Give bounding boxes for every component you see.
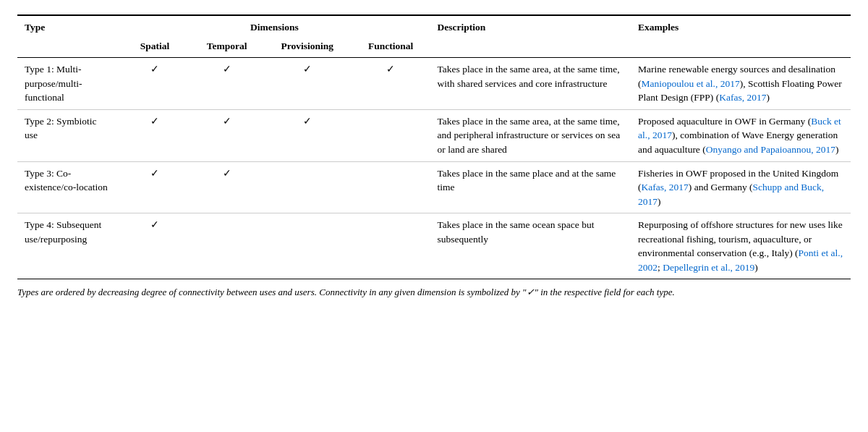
- main-table-container: Type Dimensions Description Examples Spa…: [17, 14, 851, 300]
- examples-link2-2[interactable]: Onyango and Papaioannou, 2017: [706, 144, 835, 155]
- cell-functional-1: ✓: [352, 58, 430, 110]
- cell-provisioning-4: [263, 213, 352, 279]
- examples-mid-3: ) and Germany (: [689, 182, 753, 192]
- col-subheader-temporal: Temporal: [190, 35, 263, 58]
- col-header-type: Type: [17, 15, 119, 35]
- checkmark-spatial-3: ✓: [150, 168, 159, 179]
- cell-description-1: Takes place in the same area, at the sam…: [430, 58, 631, 110]
- cell-temporal-2: ✓: [190, 109, 263, 161]
- cell-temporal-3: ✓: [190, 161, 263, 213]
- cell-spatial-4: ✓: [119, 213, 190, 279]
- cell-provisioning-1: ✓: [263, 58, 352, 110]
- checkmark-temporal-3: ✓: [223, 168, 231, 179]
- examples-link1-3[interactable]: Kafas, 2017: [642, 182, 689, 192]
- col-header-description: Description: [430, 15, 631, 35]
- cell-functional-2: [352, 109, 430, 161]
- col-subheader-spatial: Spatial: [119, 35, 190, 58]
- cell-description-3: Takes place in the same place and at the…: [430, 161, 631, 213]
- table-row: Type 3: Co-existence/co-location ✓ ✓ Tak…: [17, 161, 851, 213]
- checkmark-provisioning-1: ✓: [303, 64, 312, 75]
- cell-functional-3: [352, 161, 430, 213]
- checkmark-spatial-2: ✓: [150, 116, 159, 127]
- cell-temporal-4: [190, 213, 263, 279]
- examples-plain-2: Proposed aquaculture in OWF in Germany (: [638, 116, 811, 127]
- examples-end-2: ): [835, 144, 839, 155]
- cell-spatial-1: ✓: [119, 58, 190, 110]
- table-footnote: Types are ordered by decreasing degree o…: [17, 285, 851, 300]
- data-table: Type Dimensions Description Examples Spa…: [17, 14, 851, 279]
- table-row: Type 2: Symbiotic use ✓ ✓ ✓ Takes place …: [17, 109, 851, 161]
- cell-provisioning-2: ✓: [263, 109, 352, 161]
- checkmark-temporal-1: ✓: [223, 64, 231, 75]
- examples-end-1: ): [766, 92, 770, 103]
- checkmark-provisioning-2: ✓: [303, 116, 312, 127]
- col-header-dimensions: Dimensions: [119, 15, 430, 35]
- cell-description-4: Takes place in the same ocean space but …: [430, 213, 631, 279]
- cell-functional-4: [352, 213, 430, 279]
- cell-type-4: Type 4: Subsequent use/repurposing: [17, 213, 119, 279]
- col-subheader-provisioning: Provisioning: [263, 35, 352, 58]
- table-row: Type 4: Subsequent use/repurposing ✓ Tak…: [17, 213, 851, 279]
- cell-temporal-1: ✓: [190, 58, 263, 110]
- table-row: Type 1: Multi-purpose/multi-functional ✓…: [17, 58, 851, 110]
- col-subheader-functional: Functional: [352, 35, 430, 58]
- examples-link2-1[interactable]: Kafas, 2017: [719, 92, 766, 103]
- cell-provisioning-3: [263, 161, 352, 213]
- cell-type-2: Type 2: Symbiotic use: [17, 109, 119, 161]
- examples-link1-1[interactable]: Maniopoulou et al., 2017: [642, 78, 740, 89]
- cell-examples-1: Marine renewable energy sources and desa…: [631, 58, 851, 110]
- examples-end-3: ): [658, 196, 661, 207]
- checkmark-temporal-2: ✓: [223, 116, 231, 127]
- cell-description-2: Takes place in the same area, at the sam…: [430, 109, 631, 161]
- checkmark-functional-1: ✓: [386, 64, 395, 75]
- cell-spatial-3: ✓: [119, 161, 190, 213]
- checkmark-spatial-4: ✓: [150, 219, 159, 230]
- col-subheader-type-empty: [17, 35, 119, 58]
- cell-examples-4: Repurposing of offshore structures for n…: [631, 213, 851, 279]
- cell-type-1: Type 1: Multi-purpose/multi-functional: [17, 58, 119, 110]
- examples-link2-4[interactable]: Depellegrin et al., 2019: [663, 262, 754, 273]
- cell-examples-3: Fisheries in OWF proposed in the United …: [631, 161, 851, 213]
- col-subheader-examples-empty: [631, 35, 851, 58]
- examples-end-4: ): [754, 262, 758, 273]
- cell-type-3: Type 3: Co-existence/co-location: [17, 161, 119, 213]
- col-subheader-description-empty: [430, 35, 631, 58]
- cell-spatial-2: ✓: [119, 109, 190, 161]
- checkmark-spatial-1: ✓: [150, 64, 159, 75]
- col-header-examples: Examples: [631, 15, 851, 35]
- cell-examples-2: Proposed aquaculture in OWF in Germany (…: [631, 109, 851, 161]
